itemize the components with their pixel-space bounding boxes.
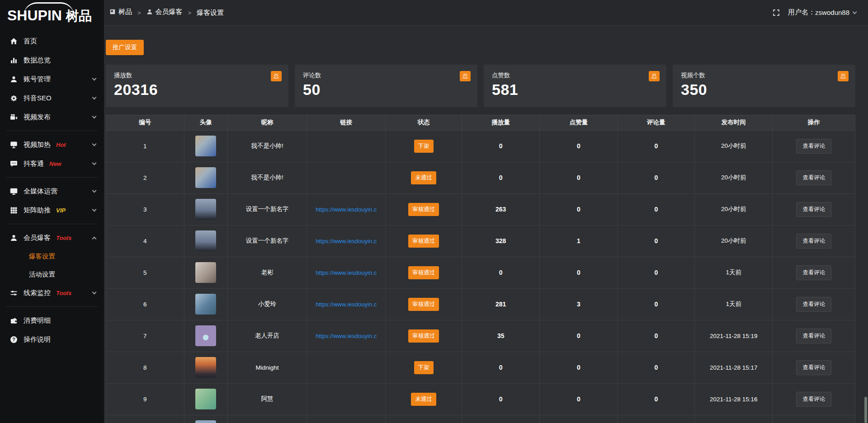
sidebar-subitem[interactable]: 爆客设置 [0,247,104,265]
status-badge: 下架 [414,361,434,374]
view-comments-button[interactable]: 查看评论 [796,297,831,312]
publish-time-cell: 2021-11-28 15:17 [695,352,773,383]
table-row: 5老彬https://www.iesdouyin.c审核通过0001天前查看评论 [106,257,855,288]
sidebar-menu: 首页数据总览账号管理抖音SEO视频发布视频加热Hot抖客通New全媒体运营矩阵助… [0,29,104,349]
status-badge: 未通过 [411,171,436,184]
table-row [106,415,855,423]
action-cell [773,415,855,423]
logo[interactable]: SHUPIN 树品 [0,0,104,29]
sidebar-item[interactable]: 视频发布 [0,108,104,127]
column-header: 操作 [773,115,855,130]
sidebar-item[interactable]: 抖客通New [0,154,104,173]
view-comments-button[interactable]: 查看评论 [796,392,831,407]
action-cell: 查看评论 [773,288,855,320]
stat-card-value: 350 [681,81,847,99]
breadcrumb: 树品>会员爆客>爆客设置 [109,8,224,18]
breadcrumb-item[interactable]: 会员爆客 [146,8,183,16]
chart-icon [10,56,18,64]
sidebar-item[interactable]: 消费明细 [0,311,104,330]
sidebar-item[interactable]: 视频加热Hot [0,135,104,154]
video-link[interactable]: https://www.iesdouyin.c [316,301,377,308]
avatar [195,325,216,346]
view-comments-button[interactable]: 查看评论 [796,139,831,154]
status-cell: 下架 [386,352,462,383]
table-row: 6小爱玲https://www.iesdouyin.c审核通过281301天前查… [106,288,855,320]
column-header: 编号 [106,115,184,130]
view-comments-button[interactable]: 查看评论 [796,202,831,217]
wallet-icon [10,317,18,324]
promo-settings-button[interactable]: 推广设置 [106,40,144,55]
logo-arc [24,2,74,16]
publish-time-cell: 20小时前 [695,130,773,162]
plays-cell: 35 [462,320,540,352]
sidebar-item-label: 抖客通 [24,160,44,168]
action-cell: 查看评论 [773,225,855,257]
action-cell: 查看评论 [773,193,855,225]
status-cell: 审核通过 [386,288,462,320]
publish-time-cell: 2021-11-28 15:16 [695,383,773,415]
column-header: 播放量 [462,115,540,130]
sidebar-item-tag: New [49,160,61,167]
stat-card-label: 点赞数 [492,71,658,80]
stat-card: 视频个数350总 [673,65,855,107]
user-icon [10,75,18,83]
sidebar-item[interactable]: 线索监控Tools [0,283,104,302]
chevron-down-icon [92,161,97,165]
user-menu[interactable]: 用户名： zswodun88 [788,8,856,17]
sidebar-item-label: 账号管理 [24,75,51,84]
video-link[interactable]: https://www.iesdouyin.c [316,333,377,339]
stat-card-value: 20316 [114,81,280,99]
view-comments-button[interactable]: 查看评论 [796,265,831,280]
column-header: 状态 [386,115,462,130]
view-comments-button[interactable]: 查看评论 [796,234,831,249]
sidebar-item[interactable]: ?操作说明 [0,330,104,349]
sidebar-item[interactable]: 会员爆客Tools [0,228,104,247]
likes-cell: 1 [540,225,618,257]
avatar-cell [184,352,227,383]
sidebar-item[interactable]: 矩阵助推VIP [0,201,104,220]
view-comments-button[interactable]: 查看评论 [796,329,831,343]
view-comments-button[interactable]: 查看评论 [796,360,831,375]
sidebar-item-label: 操作说明 [24,335,51,344]
video-link[interactable]: https://www.iesdouyin.c [316,238,377,244]
column-header: 点赞量 [540,115,618,130]
chevron-down-icon [92,188,97,193]
column-header: 昵称 [227,115,307,130]
chat-icon [10,160,18,168]
breadcrumb-label: 会员爆客 [156,8,183,16]
breadcrumb-item[interactable]: 树品 [109,8,132,16]
publish-time-cell: 20小时前 [695,162,773,193]
comments-cell: 0 [618,288,695,320]
fullscreen-icon[interactable] [773,9,780,16]
chevron-down-icon [853,9,857,14]
column-header: 链接 [307,115,386,130]
sidebar-item[interactable]: 全媒体运营 [0,182,104,201]
app-square-icon [109,9,116,15]
heat-icon [10,141,18,149]
sidebar-item[interactable]: 账号管理 [0,70,104,89]
comments-cell: 0 [618,225,695,257]
sidebar-item[interactable]: 首页 [0,32,104,51]
video-icon [10,113,18,121]
sidebar-subitem[interactable]: 活动设置 [0,265,104,283]
avatar [195,357,216,378]
chevron-up-icon [92,236,97,241]
comments-cell: 0 [618,162,695,193]
avatar-cell [184,320,227,352]
svg-text:?: ? [12,337,15,342]
scrollbar-thumb[interactable] [864,397,867,423]
content: 推广设置 播放数20316总评论数50总点赞数581总视频个数350总 编号头像… [104,25,868,423]
view-comments-button[interactable]: 查看评论 [796,170,831,185]
breadcrumb-item[interactable]: 爆客设置 [197,9,224,17]
status-cell: 审核通过 [386,320,462,352]
publish-time-cell: 2021-11-28 15:19 [695,320,773,352]
link-cell: https://www.iesdouyin.c [307,257,386,288]
publish-time-cell: 1天前 [695,288,773,320]
app-root: SHUPIN 树品 首页数据总览账号管理抖音SEO视频发布视频加热Hot抖客通N… [0,0,868,423]
table-container: 编号头像昵称链接状态播放量点赞量评论量发布时间操作 1我不是小帅!下架00020… [106,115,855,423]
video-link[interactable]: https://www.iesdouyin.c [316,206,377,213]
sidebar-item[interactable]: 抖音SEO [0,89,104,108]
status-cell: 未通过 [386,383,462,415]
video-link[interactable]: https://www.iesdouyin.c [316,269,377,276]
sidebar-item[interactable]: 数据总览 [0,51,104,70]
